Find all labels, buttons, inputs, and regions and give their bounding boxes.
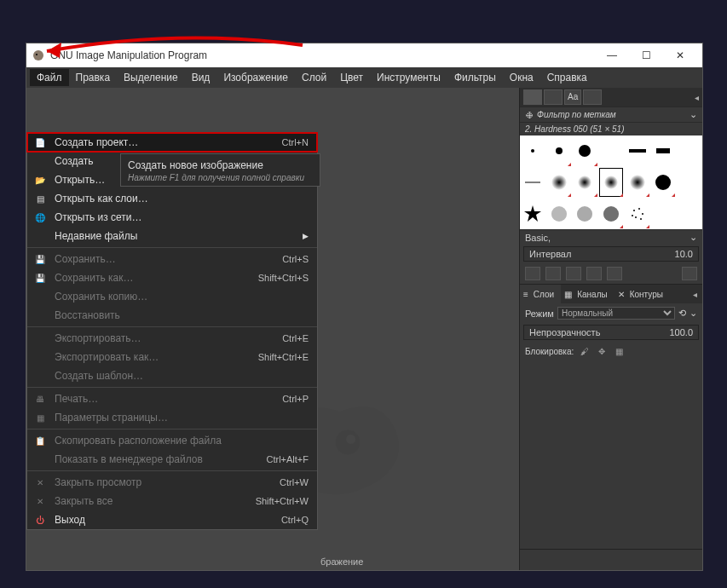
menu-item-label: Недавние файлы xyxy=(55,230,137,242)
menu-tools[interactable]: Инструменты xyxy=(370,69,447,86)
menubar: Файл Правка Выделение Вид Изображение Сл… xyxy=(26,67,702,88)
blend-mode-select[interactable]: Нормальный xyxy=(557,307,675,320)
panel-menu-icon[interactable]: ◂ xyxy=(688,290,702,299)
menu-item-open-location[interactable]: 🌐 Открыть из сети… xyxy=(27,208,317,227)
canvas-area[interactable]: бражение 📄 Создать проект… Ctrl+N Создат… xyxy=(26,88,519,570)
lock-position-icon[interactable]: ✥ xyxy=(596,345,608,357)
menu-item-close-all[interactable]: ✕ Закрыть все Shift+Ctrl+W xyxy=(27,492,317,510)
new-group-button[interactable] xyxy=(544,553,559,567)
menu-color[interactable]: Цвет xyxy=(333,69,370,86)
brush-tabs: Aa ◂ xyxy=(520,88,702,107)
close-button[interactable]: ✕ xyxy=(663,43,697,67)
svg-point-19 xyxy=(633,210,635,211)
mask-layer-button[interactable] xyxy=(638,553,653,567)
menu-item-label: Печать… xyxy=(55,393,98,405)
menu-layer[interactable]: Слой xyxy=(295,69,333,86)
lock-pixels-icon[interactable]: 🖌 xyxy=(579,345,591,357)
menu-item-label: Открыть… xyxy=(55,174,105,186)
opacity-value: 100.0 xyxy=(669,327,693,337)
menu-item-copy-location[interactable]: 📋 Скопировать расположение файла xyxy=(27,431,317,450)
mode-reset-icon[interactable]: ⟲ xyxy=(678,308,686,319)
menu-filters[interactable]: Фильтры xyxy=(447,69,503,86)
duplicate-layer-button[interactable] xyxy=(600,553,615,567)
menu-item-close-view[interactable]: ✕ Закрыть просмотр Ctrl+W xyxy=(27,473,317,492)
menu-item-show-in-fm[interactable]: Показать в менеджере файлов Ctrl+Alt+F xyxy=(27,450,317,469)
chevron-down-icon[interactable]: ⌄ xyxy=(689,308,697,319)
print-icon: 🖶 xyxy=(34,393,46,405)
svg-point-23 xyxy=(632,215,633,216)
brush-grid[interactable] xyxy=(520,135,702,229)
minimize-button[interactable]: — xyxy=(595,43,629,67)
tab-patterns[interactable] xyxy=(544,89,563,105)
preset-row[interactable]: Basic, ⌄ xyxy=(520,229,702,245)
tab-channels[interactable]: ▦Каналы xyxy=(561,285,614,304)
menu-select[interactable]: Выделение xyxy=(117,69,185,86)
menu-image[interactable]: Изображение xyxy=(216,69,295,86)
layer-tabs: ≡Слои ▦Каналы ✕Контуры ◂ xyxy=(520,285,702,303)
raise-layer-button[interactable] xyxy=(563,553,578,567)
menu-windows[interactable]: Окна xyxy=(503,69,540,86)
layer-actions xyxy=(520,549,702,570)
interval-label: Интервал xyxy=(529,249,571,259)
menu-item-recent[interactable]: Недавние файлы ▶ xyxy=(27,227,317,245)
menu-item-page-setup[interactable]: ▦ Параметры страницы… xyxy=(27,408,317,427)
menu-item-create-template[interactable]: Создать шаблон… xyxy=(27,366,317,385)
folder-icon: 📂 xyxy=(34,174,46,186)
lower-layer-button[interactable] xyxy=(581,553,597,567)
preset-label: Basic, xyxy=(525,233,551,243)
opacity-slider[interactable]: Непрозрачность 100.0 xyxy=(523,325,699,340)
interval-slider[interactable]: Интервал 10.0 xyxy=(523,246,699,262)
menu-separator xyxy=(27,247,317,248)
menu-item-save-as[interactable]: 💾 Сохранить как… Shift+Ctrl+S xyxy=(27,268,317,287)
tab-brushes[interactable] xyxy=(523,89,542,105)
tab-history[interactable] xyxy=(583,89,602,105)
brush-name: 2. Hardness 050 (51 × 51) xyxy=(525,124,624,134)
svg-point-20 xyxy=(638,208,640,210)
menu-edit[interactable]: Правка xyxy=(69,69,118,86)
menu-item-open-as-layers[interactable]: ▤ Открыть как слои… xyxy=(27,189,317,208)
menu-item-export-as[interactable]: Экспортировать как… Shift+Ctrl+E xyxy=(27,348,317,366)
delete-brush-button[interactable] xyxy=(586,267,602,280)
refresh-brush-button[interactable] xyxy=(607,267,622,280)
menu-item-label: Экспортировать… xyxy=(55,332,141,344)
canvas-footer-text: бражение xyxy=(320,556,363,567)
lock-alpha-icon[interactable]: ▦ xyxy=(613,345,625,357)
menu-item-revert[interactable]: Восстановить xyxy=(27,306,317,325)
edit-brush-button[interactable] xyxy=(525,267,540,280)
brush-name-row: 2. Hardness 050 (51 × 51) xyxy=(520,122,702,135)
menu-item-print[interactable]: 🖶 Печать… Ctrl+P xyxy=(27,389,317,408)
maximize-button[interactable]: ☐ xyxy=(629,43,663,67)
tab-paths[interactable]: ✕Контуры xyxy=(614,285,670,304)
tooltip-hint: Нажмите F1 для получения полной справки xyxy=(128,173,313,182)
merge-layer-button[interactable] xyxy=(619,553,634,567)
delete-layer-button[interactable] xyxy=(656,553,672,567)
page-icon: ▦ xyxy=(34,412,46,424)
window-title: GNU Image Manipulation Program xyxy=(50,49,207,61)
tab-fonts[interactable]: Aa xyxy=(564,89,581,105)
tooltip-title: Создать новое изображение xyxy=(128,158,313,173)
filter-label: Фильтр по меткам xyxy=(537,110,616,119)
menu-item-label: Параметры страницы… xyxy=(55,412,168,424)
menu-shortcut: Ctrl+S xyxy=(282,254,309,264)
menu-item-save-copy[interactable]: Сохранить копию… xyxy=(27,287,317,306)
menu-separator xyxy=(27,429,317,429)
menu-shortcut: Ctrl+P xyxy=(282,394,309,404)
open-as-image-button[interactable] xyxy=(682,267,697,280)
menu-item-save[interactable]: 💾 Сохранить… Ctrl+S xyxy=(27,250,317,268)
menu-item-export[interactable]: Экспортировать… Ctrl+E xyxy=(27,329,317,348)
filter-row[interactable]: 🜋 Фильтр по меткам ⌄ xyxy=(520,107,702,122)
new-brush-button[interactable] xyxy=(545,267,561,280)
menu-view[interactable]: Вид xyxy=(185,69,217,86)
menu-item-create-project[interactable]: 📄 Создать проект… Ctrl+N xyxy=(27,133,317,152)
panel-menu-icon[interactable]: ◂ xyxy=(695,93,699,102)
menu-file[interactable]: Файл xyxy=(30,69,69,86)
layer-list[interactable] xyxy=(520,360,702,549)
menu-shortcut: Ctrl+E xyxy=(282,333,309,343)
tab-layers[interactable]: ≡Слои xyxy=(520,285,561,304)
duplicate-brush-button[interactable] xyxy=(566,267,581,280)
svg-point-18 xyxy=(603,206,619,222)
new-layer-button[interactable] xyxy=(525,553,540,567)
menu-item-label: Открыть из сети… xyxy=(55,211,141,223)
menu-help[interactable]: Справка xyxy=(540,69,594,86)
menu-item-quit[interactable]: ⏻ Выход Ctrl+Q xyxy=(27,510,317,529)
